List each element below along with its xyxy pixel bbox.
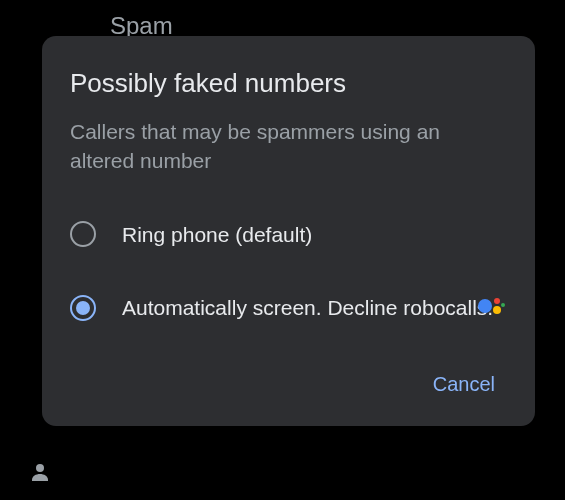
svg-point-4 <box>501 303 505 307</box>
radio-label: Automatically screen. Decline robocalls. <box>122 293 493 322</box>
radio-label: Ring phone (default) <box>122 220 312 249</box>
svg-point-2 <box>494 298 500 304</box>
person-icon <box>28 460 52 488</box>
svg-point-3 <box>493 306 501 314</box>
radio-button-selected[interactable] <box>70 295 96 321</box>
svg-point-0 <box>36 464 44 472</box>
dialog-subtitle: Callers that may be spammers using an al… <box>70 117 507 176</box>
dialog-title: Possibly faked numbers <box>70 68 507 99</box>
radio-option-auto-screen[interactable]: Automatically screen. Decline robocalls. <box>70 279 507 336</box>
dialog-actions: Cancel <box>70 365 507 404</box>
google-assistant-icon <box>475 291 505 325</box>
spam-settings-dialog: Possibly faked numbers Callers that may … <box>42 36 535 426</box>
svg-point-1 <box>478 299 492 313</box>
cancel-button[interactable]: Cancel <box>421 365 507 404</box>
radio-option-ring-phone[interactable]: Ring phone (default) <box>70 206 507 263</box>
radio-button-unselected[interactable] <box>70 221 96 247</box>
